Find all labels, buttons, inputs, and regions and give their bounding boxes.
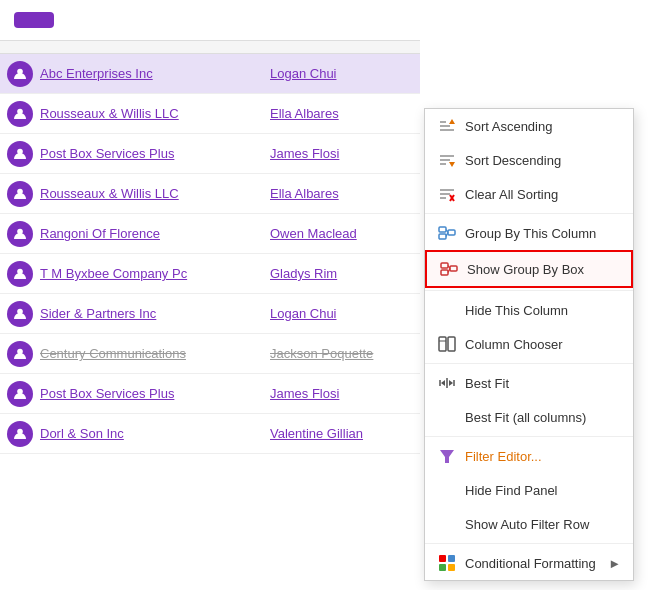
empty-icon xyxy=(437,407,457,427)
table-row[interactable]: Rousseaux & Willis LLC Ella Albares xyxy=(0,174,420,214)
table-row[interactable]: Sider & Partners Inc Logan Chui xyxy=(0,294,420,334)
customer-link[interactable]: Post Box Services Plus xyxy=(40,146,174,161)
svg-rect-16 xyxy=(440,163,446,165)
menu-item-best-fit-all[interactable]: Best Fit (all columns) xyxy=(425,400,633,434)
row-icon xyxy=(0,261,40,287)
table-row[interactable]: Post Box Services Plus James Flosi xyxy=(0,374,420,414)
customer-cell: Rousseaux & Willis LLC xyxy=(40,186,270,201)
customer-cell: Rousseaux & Willis LLC xyxy=(40,106,270,121)
contact-cell: Ella Albares xyxy=(270,106,339,121)
contact-cell: Logan Chui xyxy=(270,306,337,321)
menu-separator xyxy=(425,543,633,544)
contact-link[interactable]: James Flosi xyxy=(270,146,339,161)
svg-rect-23 xyxy=(439,227,446,232)
table-row[interactable]: Dorl & Son Inc Valentine Gillian xyxy=(0,414,420,454)
empty-icon xyxy=(437,480,457,500)
customer-link[interactable]: Rangoni Of Florence xyxy=(40,226,160,241)
column-chooser-icon xyxy=(437,334,457,354)
svg-rect-34 xyxy=(448,337,455,351)
data-table: Abc Enterprises Inc Logan Chui Rousseaux… xyxy=(0,40,420,454)
contact-link[interactable]: Jackson Poquette xyxy=(270,346,373,361)
svg-rect-33 xyxy=(439,337,446,351)
row-icon xyxy=(0,181,40,207)
customer-cell: Century Communications xyxy=(40,346,270,361)
customer-link[interactable]: Rousseaux & Willis LLC xyxy=(40,106,179,121)
table-row[interactable]: Rangoni Of Florence Owen Maclead xyxy=(0,214,420,254)
menu-separator xyxy=(425,290,633,291)
contact-link[interactable]: James Flosi xyxy=(270,386,339,401)
table-row[interactable]: Abc Enterprises Inc Logan Chui xyxy=(0,54,420,94)
contact-link[interactable]: Ella Albares xyxy=(270,106,339,121)
avatar xyxy=(7,421,33,447)
contact-link[interactable]: Owen Maclead xyxy=(270,226,357,241)
menu-item-label: Filter Editor... xyxy=(465,449,542,464)
menu-item-show-group[interactable]: Show Group By Box xyxy=(425,250,633,288)
svg-rect-12 xyxy=(440,121,446,123)
menu-item-filter-editor[interactable]: Filter Editor... xyxy=(425,439,633,473)
menu-item-sort-desc[interactable]: Sort Descending xyxy=(425,143,633,177)
customer-cell: T M Byxbee Company Pc xyxy=(40,266,270,281)
svg-marker-17 xyxy=(449,162,455,167)
svg-rect-25 xyxy=(448,230,455,235)
customer-link[interactable]: Post Box Services Plus xyxy=(40,386,174,401)
main-content: Abc Enterprises Inc Logan Chui Rousseaux… xyxy=(0,40,654,454)
svg-rect-20 xyxy=(440,197,446,199)
submenu-arrow: ► xyxy=(608,556,621,571)
customer-cell: Dorl & Son Inc xyxy=(40,426,270,441)
customer-link[interactable]: Dorl & Son Inc xyxy=(40,426,124,441)
contact-link[interactable]: Ella Albares xyxy=(270,186,339,201)
menu-item-col-chooser[interactable]: Column Chooser xyxy=(425,327,633,361)
row-icon xyxy=(0,301,40,327)
menu-item-hide-col[interactable]: Hide This Column xyxy=(425,293,633,327)
contact-link[interactable]: Logan Chui xyxy=(270,66,337,81)
sort-desc-icon xyxy=(437,150,457,170)
menu-item-label: Best Fit xyxy=(465,376,509,391)
menu-separator xyxy=(425,436,633,437)
table-row[interactable]: Rousseaux & Willis LLC Ella Albares xyxy=(0,94,420,134)
contact-cell: Owen Maclead xyxy=(270,226,357,241)
customer-link[interactable]: Rousseaux & Willis LLC xyxy=(40,186,179,201)
row-icon xyxy=(0,221,40,247)
menu-item-hide-find[interactable]: Hide Find Panel xyxy=(425,473,633,507)
contact-link[interactable]: Valentine Gillian xyxy=(270,426,363,441)
menu-item-label: Sort Descending xyxy=(465,153,561,168)
cond-format-icon xyxy=(437,553,457,573)
menu-item-label: Conditional Formatting xyxy=(465,556,596,571)
menu-item-label: Hide Find Panel xyxy=(465,483,558,498)
row-icon xyxy=(0,341,40,367)
menu-item-best-fit[interactable]: Best Fit xyxy=(425,366,633,400)
menu-item-cond-format[interactable]: Conditional Formatting► xyxy=(425,546,633,580)
contact-link[interactable]: Gladys Rim xyxy=(270,266,337,281)
contact-cell: Ella Albares xyxy=(270,186,339,201)
customer-cell: Rangoni Of Florence xyxy=(40,226,270,241)
best-fit-icon xyxy=(437,373,457,393)
svg-rect-18 xyxy=(440,189,454,191)
menu-separator xyxy=(425,363,633,364)
table-row[interactable]: T M Byxbee Company Pc Gladys Rim xyxy=(0,254,420,294)
empty-icon xyxy=(437,514,457,534)
menu-item-label: Hide This Column xyxy=(465,303,568,318)
menu-item-label: Sort Ascending xyxy=(465,119,552,134)
customer-link[interactable]: Abc Enterprises Inc xyxy=(40,66,153,81)
row-icon xyxy=(0,141,40,167)
svg-rect-42 xyxy=(439,555,446,562)
menu-item-sort-asc[interactable]: Sort Ascending xyxy=(425,109,633,143)
table-row[interactable]: Century Communications Jackson Poquette xyxy=(0,334,420,374)
customer-link[interactable]: Sider & Partners Inc xyxy=(40,306,156,321)
svg-rect-24 xyxy=(439,234,446,239)
svg-rect-43 xyxy=(448,555,455,562)
contact-cell: Jackson Poquette xyxy=(270,346,373,361)
customer-cell: Abc Enterprises Inc xyxy=(40,66,270,81)
new-deal-button[interactable] xyxy=(14,12,54,28)
menu-item-group-col[interactable]: Group By This Column xyxy=(425,216,633,250)
sort-asc-icon xyxy=(437,116,457,136)
menu-item-label: Show Auto Filter Row xyxy=(465,517,589,532)
clear-sort-icon xyxy=(437,184,457,204)
contact-link[interactable]: Logan Chui xyxy=(270,306,337,321)
avatar xyxy=(7,301,33,327)
menu-item-clear-sort[interactable]: Clear All Sorting xyxy=(425,177,633,211)
menu-item-auto-filter[interactable]: Show Auto Filter Row xyxy=(425,507,633,541)
customer-link[interactable]: Century Communications xyxy=(40,346,186,361)
customer-link[interactable]: T M Byxbee Company Pc xyxy=(40,266,187,281)
table-row[interactable]: Post Box Services Plus James Flosi xyxy=(0,134,420,174)
